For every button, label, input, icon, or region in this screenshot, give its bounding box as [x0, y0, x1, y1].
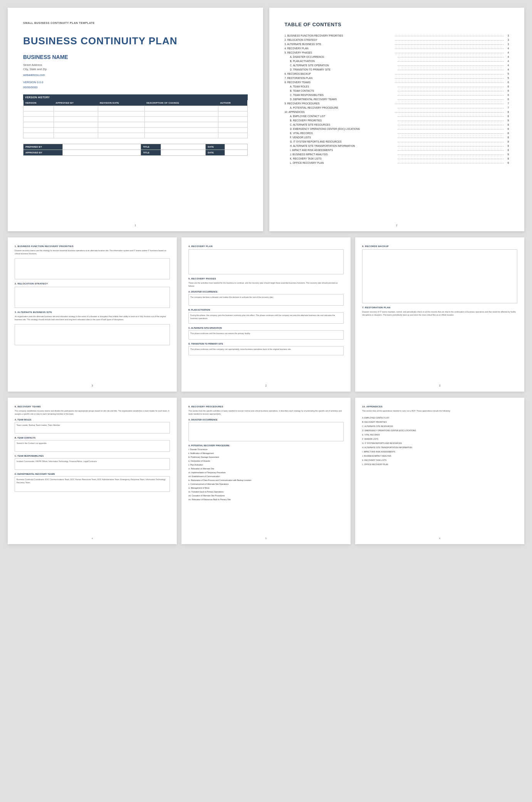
toc-label: D. TRANSITION TO PRIMARY SITE: [290, 68, 396, 71]
list-item: iii. Preliminary Damage Assessment: [188, 456, 344, 459]
list-item: F. VENDOR LISTS: [362, 437, 517, 441]
list-item: K. RECOVERY TASK LISTS: [362, 458, 517, 462]
toc-item: B. PLAN ACTIVATION4: [285, 60, 509, 62]
rtd-title: D. DEPARTMENTAL RECOVERY TEAMS: [15, 473, 170, 475]
toc-label: A. DISASTER OCCURRENCE: [290, 55, 396, 58]
toc-item: K. RECOVERY TASK LISTS8: [285, 157, 509, 160]
toc-page: 8: [505, 136, 509, 139]
rtd-body: Business Continuity Coordinator, EOC Com…: [17, 478, 168, 484]
list-item: E. VITAL RECORDS: [362, 433, 517, 437]
section3-title: 3. ALTERNATE BUSINESS SITE: [15, 311, 170, 313]
page-sections-4-5: 4. RECOVERY PLAN 5. RECOVERY PHASES Thes…: [181, 237, 351, 392]
toc-page: 8: [505, 140, 509, 143]
list-item: xiv. Relocation of Resources Back to Pri…: [188, 498, 344, 501]
title-label2: TITLE: [141, 150, 161, 156]
address-line2: City, State and Zip: [23, 67, 248, 71]
list-item: H. ALTERNATE SITE TRANSPORTATION INFORMA…: [362, 446, 517, 449]
toc-item: 10. APPENDICES8: [285, 111, 509, 113]
toc-dots: [398, 140, 504, 142]
list-item: I. IMPACT AND RISK ASSESSMENTS: [362, 450, 517, 454]
section5-title: 5. RECOVERY PHASES: [188, 277, 344, 280]
section4-title: 4. RECOVERY PLAN: [188, 245, 344, 247]
toc-dots: [398, 115, 504, 117]
list-item: G. IT SYSTEM REPORTS AND RESOURCES: [362, 441, 517, 445]
page-number-1: 1: [134, 224, 136, 227]
list-item: ix. Restoration of Data Process and Comm…: [188, 479, 344, 482]
page-number-8: 6: [439, 537, 440, 540]
row2-pages: 1. BUSINESS FUNCTION RECOVERY PRIORITIES…: [8, 237, 524, 392]
section6-title: 6. RECORDS BACKUP: [362, 245, 517, 247]
toc-dots: [395, 72, 504, 74]
toc-page: 8: [505, 149, 509, 151]
toc-dots: [395, 43, 504, 45]
toc-label: 4. RECOVERY PLAN: [285, 47, 394, 50]
toc-label: F. VENDOR LISTS: [290, 136, 396, 139]
toc-page: 8: [505, 119, 509, 122]
toc-label: 5. RECOVERY PHASES: [285, 51, 394, 54]
list-item: vi. Relocation to Alternate Site: [188, 467, 344, 471]
toc-label: D. DEPARTMENTAL RECOVERY TEAMS: [290, 98, 396, 101]
col-description: DESCRIPTION OF CHANGE: [144, 100, 218, 106]
toc-page: 8: [505, 123, 509, 126]
list-item: x. Commencement of Alternate Site Operat…: [188, 483, 344, 486]
toc-page: 8: [505, 161, 509, 164]
toc-label: J. BUSINESS IMPACT ANALYSIS: [290, 153, 396, 156]
rpb-title: A. POTENTIAL RECOVERY PROCEDURE: [188, 444, 344, 447]
sub-d-title: D. TRANSITION TO PRIMARY SITE: [188, 343, 344, 345]
toc-dots: [398, 132, 504, 134]
toc-dots: [398, 89, 504, 91]
appendices-list: A. EMPLOYEE CONTACT LIST B. RECOVERY PRI…: [362, 416, 517, 466]
table-row: [23, 133, 248, 138]
toc-item: L. OFFICE RECOVERY PLAN8: [285, 161, 509, 164]
section2-title: 2. RELOCATION STRATEGY: [15, 282, 170, 285]
rtd-box: Business Continuity Coordinator, EOC Com…: [15, 476, 170, 492]
list-item: D. EMERGENCY OPERATIONS CENTER (EOC) LOC…: [362, 429, 517, 432]
toc-dots: [398, 123, 504, 125]
toc-item: 7. RESTORATION PLAN5: [285, 77, 509, 79]
toc-label: E. VITAL RECORDS: [290, 132, 396, 135]
section5-body: These are the activities most needed for…: [188, 282, 344, 288]
recovery-procedure-list: i. Disaster Occurrence ii. Notification …: [188, 448, 344, 501]
toc-dots: [398, 64, 504, 66]
address-line1: Street Address: [23, 63, 248, 67]
toc-page: 6: [505, 98, 509, 101]
toc-item: 8. RECOVERY TEAMS6: [285, 81, 509, 84]
toc-label: B. TEAM CONTACTS: [290, 89, 396, 92]
page-toc: TABLE OF CONTENTS 1. BUSINESS FUNCTION R…: [269, 8, 525, 231]
toc-label: A. TEAM ROLES: [290, 85, 396, 88]
col-version: VERSION: [23, 100, 54, 106]
toc-label: 10. APPENDICES: [285, 111, 394, 113]
toc-item: D. DEPARTMENTAL RECOVERY TEAMS6: [285, 98, 509, 101]
list-item: C. ALTERNATE SITE RESOURCES: [362, 424, 517, 428]
rtb-title: B. TEAM CONTACTS: [15, 437, 170, 439]
version-history-table: VERSION APPROVED BY REVISION DATE DESCRI…: [23, 100, 248, 138]
toc-dots: [395, 77, 504, 79]
page-cover: SMALL BUSINESS CONTINUITY PLAN TEMPLATE …: [8, 8, 263, 231]
list-item: J. BUSINESS IMPACT ANALYSIS: [362, 454, 517, 458]
col-author: AUTHOR: [218, 100, 247, 106]
list-item: iv. Declaration of Disaster: [188, 459, 344, 463]
toc-page: 6: [505, 81, 509, 84]
sub-c-box: This phase continues until the business …: [188, 330, 344, 340]
row3-pages: 8. RECOVERY TEAMS The company establishe…: [8, 398, 524, 544]
toc-dots: [398, 136, 504, 138]
table-row: [23, 111, 248, 117]
toc-item: 9. RECOVERY PROCEDURES7: [285, 102, 509, 105]
toc-item: G. IT SYSTEM REPORTS AND RESOURCES8: [285, 140, 509, 143]
table-row: [23, 106, 248, 111]
page-appendices: 10. APPENDICES This section lists all th…: [355, 398, 524, 544]
sub-a-title: A. DISASTER OCCURRENCE: [188, 291, 344, 293]
toc-label: A. EMPLOYEE CONTACT LIST: [290, 115, 396, 118]
toc-title: TABLE OF CONTENTS: [285, 22, 509, 27]
page-recovery-procedures: 9. RECOVERY PROCEDURES This section list…: [181, 398, 351, 544]
toc-page: 6: [505, 94, 509, 96]
col-approved: APPROVED BY: [54, 100, 98, 106]
page-sections-6-7: 6. RECORDS BACKUP 7. RESTORATION PLAN Di…: [355, 237, 524, 392]
toc-page: 8: [505, 157, 509, 160]
list-item: xii. Transition back to Primary Operatio…: [188, 490, 344, 494]
toc-label: 7. RESTORATION PLAN: [285, 77, 394, 79]
toc-item: A. POTENTIAL RECOVERY PROCEDURE7: [285, 106, 509, 109]
date-label1: DATE: [206, 144, 225, 150]
toc-label: 3. ALTERNATE BUSINESS SITE: [285, 43, 394, 45]
toc-item: I. IMPACT AND RISK ASSESSMENTS8: [285, 149, 509, 151]
